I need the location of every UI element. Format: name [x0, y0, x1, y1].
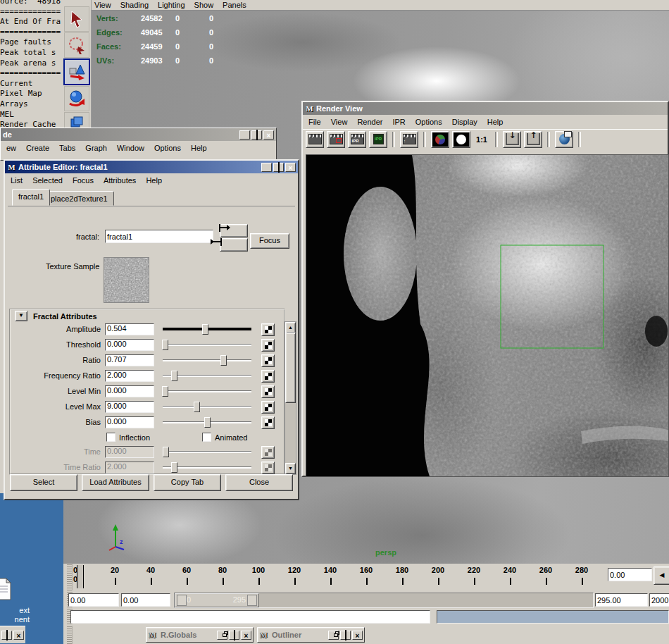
viewport-menu-show[interactable]: Show: [194, 1, 214, 9]
attribute-editor-menu-help[interactable]: Help: [146, 176, 162, 185]
remove-image-icon[interactable]: ↑: [524, 131, 542, 148]
render-region-icon[interactable]: [327, 131, 345, 148]
slider-thumb[interactable]: [162, 340, 168, 350]
minimized-window-rglobals[interactable]: MR.Globals×: [146, 627, 254, 643]
attribute-value-field[interactable]: 0.000: [105, 339, 154, 351]
restore-icon[interactable]: [217, 631, 227, 640]
scroll-up-icon[interactable]: ▲: [285, 322, 296, 333]
section-scrollbar[interactable]: ▲ ▼: [285, 321, 296, 475]
animation-end-field[interactable]: [649, 593, 669, 607]
close-icon[interactable]: ×: [285, 163, 296, 172]
attribute-slider[interactable]: [163, 402, 251, 412]
viewport-menu-shading[interactable]: Shading: [120, 1, 149, 9]
viewport-menu-panels[interactable]: Panels: [223, 1, 246, 9]
attribute-slider[interactable]: [163, 324, 251, 335]
tab-fractal1[interactable]: fractal1: [12, 189, 50, 206]
maximize-icon[interactable]: [340, 631, 351, 640]
attribute-editor-menu-attributes[interactable]: Attributes: [104, 176, 136, 185]
lasso-select-tool-icon[interactable]: [64, 32, 89, 58]
scroll-down-icon[interactable]: ▼: [285, 463, 296, 474]
select-button[interactable]: Select: [10, 474, 77, 491]
copy-tab-button[interactable]: Copy Tab: [154, 474, 221, 491]
current-frame-marker[interactable]: [77, 565, 84, 588]
hypershade-menu-tabs[interactable]: Tabs: [59, 144, 75, 152]
load-attributes-button[interactable]: Load Attributes: [82, 474, 149, 491]
snapshot-icon[interactable]: :: [400, 131, 418, 148]
playback-start-field[interactable]: [121, 593, 170, 607]
section-header[interactable]: ▼ Fractal Attributes: [11, 310, 284, 322]
close-icon[interactable]: ×: [13, 631, 24, 640]
hypershade-titlebar[interactable]: de ×: [1, 128, 276, 141]
viewport-menu-lighting[interactable]: Lighting: [158, 1, 185, 9]
range-slider-track[interactable]: 0 295: [174, 593, 594, 608]
attribute-slider[interactable]: [163, 417, 251, 428]
hypershade-menu-graph[interactable]: Graph: [85, 144, 107, 152]
attribute-value-field[interactable]: 9.000: [105, 401, 154, 413]
attribute-value-field[interactable]: 0.000: [105, 385, 154, 397]
keep-image-icon[interactable]: ↓: [503, 131, 521, 148]
checkbox-animated[interactable]: Animated: [202, 433, 247, 442]
slider-thumb[interactable]: [220, 355, 227, 366]
map-texture-icon[interactable]: [261, 416, 275, 429]
checkbox-box[interactable]: [202, 433, 211, 442]
alpha-channel-icon[interactable]: [452, 131, 470, 148]
hypershade-menu-create[interactable]: Create: [26, 144, 49, 152]
close-icon[interactable]: ×: [263, 130, 274, 140]
close-icon[interactable]: ×: [352, 631, 363, 640]
attribute-slider[interactable]: [163, 355, 251, 366]
time-slider-drag-handle[interactable]: [67, 564, 73, 590]
current-time-field[interactable]: [608, 568, 652, 581]
ipr-render-icon[interactable]: IPR: [348, 131, 366, 148]
move-tool-icon[interactable]: [63, 58, 90, 85]
render-view-menu-view[interactable]: View: [331, 118, 348, 126]
render-view-menu-file[interactable]: File: [308, 118, 321, 126]
attribute-slider[interactable]: [163, 371, 251, 381]
tab-place2dTexture1[interactable]: place2dTexture1: [44, 191, 114, 206]
slider-thumb[interactable]: [204, 417, 211, 428]
attribute-value-field[interactable]: 0.000: [105, 416, 154, 428]
range-start-handle[interactable]: [177, 595, 187, 606]
attribute-slider[interactable]: [163, 386, 251, 397]
attribute-value-field[interactable]: 0.504: [105, 323, 154, 335]
render-view-menu-help[interactable]: Help: [487, 118, 504, 126]
close-icon[interactable]: ×: [241, 631, 251, 640]
focus-button[interactable]: Focus: [250, 233, 289, 249]
playback-end-field[interactable]: [595, 593, 648, 607]
rotate-tool-icon[interactable]: [64, 86, 89, 111]
render-view-menu-ipr[interactable]: IPR: [392, 118, 405, 126]
select-tool-icon[interactable]: [64, 6, 89, 32]
attribute-editor-menu-selected[interactable]: Selected: [32, 176, 63, 185]
rewind-button[interactable]: ◀: [654, 566, 669, 585]
slider-thumb[interactable]: [171, 371, 177, 381]
slider-thumb[interactable]: [194, 402, 200, 412]
rgb-channels-icon[interactable]: [431, 131, 449, 148]
map-texture-icon[interactable]: [261, 354, 275, 367]
attribute-editor-menu-focus[interactable]: Focus: [73, 176, 94, 185]
command-line-input[interactable]: [70, 610, 430, 624]
viewport-menu-view[interactable]: View: [94, 1, 111, 9]
restore-icon[interactable]: [328, 631, 339, 640]
map-texture-icon[interactable]: [261, 339, 275, 352]
checkbox-inflection[interactable]: Inflection: [106, 433, 150, 442]
hypershade-menu-help[interactable]: Help: [191, 144, 207, 152]
render-view-menu-render[interactable]: Render: [357, 118, 382, 126]
slider-thumb[interactable]: [162, 386, 168, 397]
rendered-image[interactable]: [306, 154, 669, 477]
hypershade-menu-window[interactable]: Window: [117, 144, 144, 152]
minimized-window-outliner[interactable]: MOutliner×: [257, 627, 365, 643]
maximize-icon[interactable]: [1, 631, 12, 640]
render-view-menu-options[interactable]: Options: [415, 118, 442, 126]
hypershade-menu-options[interactable]: Options: [154, 144, 181, 152]
show-input-connections-icon[interactable]: [220, 224, 248, 237]
playback-range-bar[interactable]: 0 295: [175, 593, 259, 607]
close-button[interactable]: Close: [225, 474, 293, 491]
attribute-editor-menu-list[interactable]: List: [11, 176, 23, 185]
minimize-icon[interactable]: [239, 130, 250, 140]
attribute-value-field[interactable]: 0.707: [105, 354, 154, 366]
minimize-icon[interactable]: [261, 163, 272, 172]
ipr-refresh-icon[interactable]: IPR: [369, 131, 387, 148]
time-slider[interactable]: 0 0 204060801001201401601802002202402602…: [73, 564, 602, 590]
zoom-1to1[interactable]: 1:1: [473, 132, 490, 147]
map-texture-icon[interactable]: [261, 323, 275, 336]
range-start-field[interactable]: [68, 593, 119, 607]
